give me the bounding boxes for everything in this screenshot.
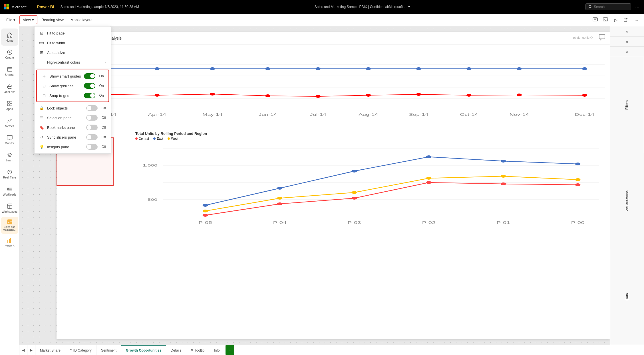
tab-ytd-category[interactable]: YTD Category [65,345,96,355]
svg-point-51 [265,67,270,70]
more-options-icon[interactable]: ··· [634,4,641,10]
central-label: Central [139,137,149,140]
menu-divider-1 [35,68,111,68]
report-brand: obvience llc © [573,36,593,39]
snap-toggle[interactable] [84,93,95,98]
collapse-arrow-3: « [626,50,628,54]
fit-to-page-label: Fit to page [47,31,106,35]
svg-text:P-02: P-02 [422,221,435,224]
high-contrast-label: High-contrast colors [47,60,102,64]
data-panel-tab[interactable]: Data [610,249,644,345]
sidebar-item-workspaces[interactable]: Workspaces [1,200,18,217]
gridlines-toggle[interactable] [84,83,95,89]
sidebar-item-workloads[interactable]: Workloads [1,182,18,200]
smart-guides-icon: ✛ [41,74,47,79]
actual-size-item[interactable]: ⊞ Actual size [35,48,111,57]
report-page[interactable]: Analysis obvience llc © Ms by Month [57,32,610,339]
selection-icon: ☰ [39,115,44,120]
smart-guides-label: Show smart guides [49,74,81,78]
power-bi-label: Power BI [4,244,15,248]
svg-point-50 [210,67,215,70]
metrics-icon [7,118,13,123]
svg-rect-1 [6,4,9,7]
tab-tooltip[interactable]: ⚑ Tooltip [186,345,210,355]
search-icon [589,5,592,9]
tab-growth-opportunities[interactable]: Growth Opportunities [121,345,166,355]
svg-point-66 [517,94,522,96]
sidebar-item-create[interactable]: Create [1,46,18,63]
sidebar-item-monitor[interactable]: Monitor [1,131,18,148]
selection-pane-row: ☰ Selection pane Off [35,113,111,123]
svg-rect-36 [7,240,8,243]
apps-label: Apps [6,107,13,111]
fit-to-width-item[interactable]: ⟺ Fit to width [35,38,111,48]
sidebar-item-browse[interactable]: Browse [1,63,18,80]
sync-toggle[interactable] [86,134,98,140]
insights-pane-label: Insights pane [47,145,83,149]
svg-point-60 [210,93,215,96]
search-input[interactable] [594,5,628,9]
tab-sentiment[interactable]: Sentiment [96,345,121,355]
sidebar-item-learn[interactable]: Learn [1,148,18,165]
tab-prev-button[interactable]: ◀ [19,345,27,355]
lock-icon: 🔒 [39,106,44,111]
insights-slider [86,144,98,150]
sidebar-item-power-bi[interactable]: Power BI [1,234,18,251]
bookmarks-toggle[interactable] [86,125,98,130]
svg-text:May-14: May-14 [202,113,223,117]
tab-next-button[interactable]: ▶ [27,345,35,355]
actual-size-icon: ⊞ [39,50,44,55]
selection-toggle[interactable] [86,115,98,121]
visualizations-panel-tab[interactable]: Visualizations [610,153,644,249]
ask-question-button[interactable]: Q&A [601,16,610,24]
svg-point-52 [315,67,321,70]
svg-point-64 [416,93,421,96]
high-contrast-item[interactable]: High-contrast colors › [35,57,111,67]
collapse-panel-2[interactable]: « [610,36,644,47]
sidebar-item-sales-marketing[interactable]: Sales and Marketing... [1,217,18,234]
share-button[interactable] [622,16,630,24]
comment-ribbon-button[interactable] [591,16,599,24]
filters-panel-tab[interactable]: Filters [610,57,644,153]
more-ribbon-button[interactable]: ··· [632,16,641,24]
chart-bottom-title: Total Units by Rolling Period and Region [131,127,610,137]
lock-toggle[interactable] [86,105,98,111]
svg-point-31 [8,189,9,190]
tab-info[interactable]: Info [209,345,224,355]
reading-view-button[interactable]: Reading view [39,16,67,24]
collapse-panel-1[interactable]: « [610,26,644,36]
onelake-icon [7,84,13,89]
sidebar-item-metrics[interactable]: Metrics [1,114,18,131]
tab-market-share[interactable]: Market Share [35,345,65,355]
svg-point-56 [517,67,522,70]
sidebar-item-onelake[interactable]: OneLake [1,80,18,97]
collapse-panel-3[interactable]: « [610,47,644,57]
search-box[interactable] [585,3,631,10]
mobile-layout-button[interactable]: Mobile layout [68,16,95,24]
visualizations-label: Visualizations [625,188,629,214]
gridlines-knob [90,84,95,88]
tab-details-label: Details [171,348,181,352]
snap-state: On [99,94,104,98]
svg-text:Dec-14: Dec-14 [575,113,595,117]
fit-to-page-item[interactable]: ⊡ Fit to page [35,28,111,38]
metrics-label: Metrics [5,125,14,128]
insights-toggle[interactable] [86,144,98,150]
share-icon [623,17,629,23]
sidebar-item-realtime[interactable]: Real-Time [1,165,18,182]
sidebar-item-home[interactable]: Home [1,29,18,46]
tab-details[interactable]: Details [166,345,186,355]
present-button[interactable]: ▷ [611,16,620,24]
file-menu-button[interactable]: File ▾ [3,16,18,24]
sidebar-item-apps[interactable]: Apps [1,97,18,114]
svg-point-62 [315,95,321,98]
comment-button[interactable] [599,34,605,41]
dropdown-arrow-icon[interactable]: ▾ [408,5,410,9]
smart-guides-toggle[interactable] [84,73,95,79]
west-dot [168,137,170,140]
bookmarks-pane-row: 🔖 Bookmarks pane Off [35,123,111,132]
add-page-button[interactable]: + [226,345,234,355]
view-menu-button[interactable]: View ▾ [19,15,37,24]
microsoft-logo-icon [3,4,9,10]
main-canvas-area: Analysis obvience llc © Ms by Month [19,26,644,345]
